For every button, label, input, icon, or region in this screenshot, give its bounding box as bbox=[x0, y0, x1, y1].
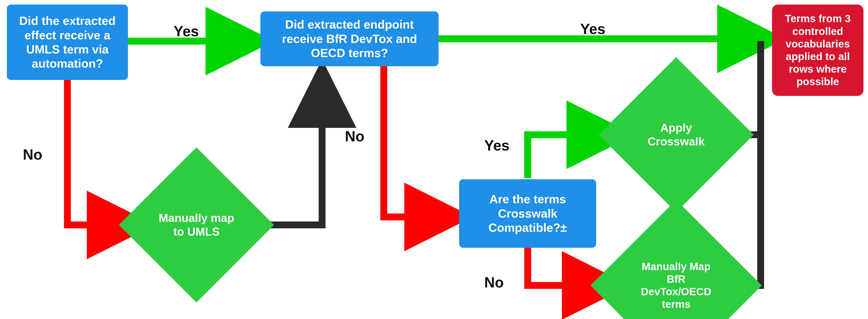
edge-mapumls-d2 bbox=[251, 73, 322, 225]
process-map-to-umls-text: Manually map to UMLS bbox=[153, 211, 240, 238]
decision-bfr-oecd-text: Did extracted endpoint receive BfR DevTo… bbox=[270, 18, 429, 60]
process-apply-crosswalk-text: Apply Crosswalk bbox=[633, 121, 719, 149]
terminator-text: Terms from 3 controlled vocabularies app… bbox=[781, 12, 854, 88]
edge-d1-no-mapumls bbox=[67, 80, 142, 225]
decision-bfr-oecd: Did extracted endpoint receive BfR DevTo… bbox=[260, 11, 439, 66]
process-map-to-umls: Manually map to UMLS bbox=[142, 170, 251, 280]
terminator-terms-applied: Terms from 3 controlled vocabularies app… bbox=[772, 5, 863, 96]
process-manual-map-text: Manually Map BfR DevTox/OECD terms bbox=[631, 260, 721, 311]
decision-crosswalk-compatible: Are the terms Crosswalk Compatible?± bbox=[459, 179, 596, 248]
decision-umls-text: Did the extracted effect receive a UMLS … bbox=[16, 14, 119, 71]
label-d3-no: No bbox=[484, 274, 504, 291]
decision-umls-via-automation: Did the extracted effect receive a UMLS … bbox=[7, 5, 128, 80]
label-d1-no: No bbox=[23, 146, 42, 163]
label-d2-no: No bbox=[345, 128, 364, 145]
process-apply-crosswalk: Apply Crosswalk bbox=[621, 80, 731, 190]
process-manual-map-bfr-oecd: Manually Map BfR DevTox/OECD terms bbox=[616, 225, 737, 319]
edge-d2-no-d3 bbox=[384, 66, 459, 217]
label-d3-yes: Yes bbox=[484, 137, 509, 154]
label-d2-yes: Yes bbox=[580, 21, 605, 37]
decision-crosswalk-text: Are the terms Crosswalk Compatible?± bbox=[468, 192, 587, 235]
label-d1-yes: Yes bbox=[174, 23, 199, 40]
